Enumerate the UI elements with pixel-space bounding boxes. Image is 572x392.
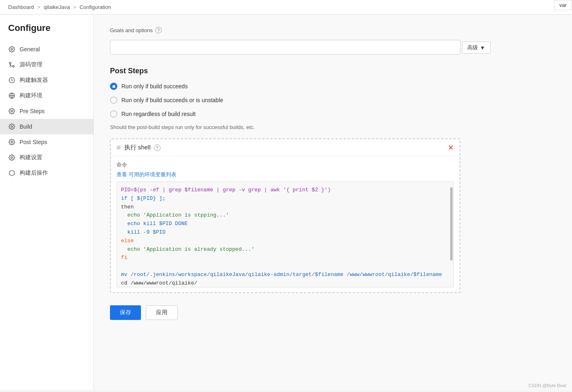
radio-label-unstable: Run only if build succeeds or is unstabl… — [121, 97, 223, 103]
main-content: Goals and options ? 高级 ▼ Post Steps Run … — [94, 15, 572, 390]
gear-icon-general — [8, 46, 15, 53]
code-scrollbar[interactable] — [450, 187, 453, 261]
advanced-button[interactable]: 高级 ▼ — [462, 42, 491, 54]
breadcrumb-sep1: > — [37, 4, 41, 10]
sidebar-label-general: General — [20, 46, 40, 53]
footer-btns: 保存 应用 — [110, 305, 556, 320]
shell-title: 执行 shell — [124, 144, 151, 151]
code-line-5: echo kill $PID DONE — [121, 220, 449, 228]
radio-always[interactable]: Run regardless of build result — [110, 110, 556, 118]
cmd-label: 命令 — [117, 161, 454, 169]
sidebar-label-trigger: 构建触发器 — [20, 77, 48, 84]
breadcrumb-page: Configuration — [79, 4, 111, 10]
shell-help-icon[interactable]: ? — [154, 145, 161, 151]
code-line-9: fi — [121, 254, 449, 262]
breadcrumb-dashboard[interactable]: Dashboard — [8, 4, 34, 10]
sidebar-item-poststeps[interactable]: Post Steps — [0, 134, 93, 150]
sidebar-label-settings: 构建设置 — [20, 154, 42, 161]
watermark: CSDN @Byte Beat — [528, 383, 566, 388]
sidebar-label-env: 构建环境 — [20, 92, 42, 99]
sidebar-item-source[interactable]: 源码管理 — [0, 57, 93, 72]
gear-icon-poststeps — [8, 138, 15, 146]
radio-label-always: Run regardless of build result — [121, 111, 196, 117]
branch-icon — [8, 61, 15, 68]
svg-point-1 — [13, 66, 14, 67]
radio-circle-always — [110, 110, 117, 118]
svg-point-7 — [11, 126, 13, 127]
sidebar-label-postbuild: 构建后操作 — [20, 169, 48, 177]
radio-circle-unstable — [110, 96, 117, 104]
code-line-8: echo 'Application is already stopped...' — [121, 245, 449, 254]
radio-success[interactable]: Run only if build succeeds — [110, 83, 556, 90]
code-line-11: mv /root/.jenkins/workspace/qilaikeJava/… — [121, 271, 449, 279]
post-steps-section: Post Steps Run only if build succeeds Ru… — [110, 67, 556, 293]
radio-label-success: Run only if build succeeds — [121, 83, 188, 90]
layout: Configure General 源码管理 构建触发器 构建环境 — [0, 15, 572, 390]
code-line-6: kill -9 $PID — [121, 228, 449, 237]
shell-header: ≡ 执行 shell ? ✕ — [111, 139, 460, 156]
env-link[interactable]: 查看 可用的环境变量列表 — [117, 171, 176, 178]
radio-unstable[interactable]: Run only if build succeeds or is unstabl… — [110, 96, 556, 104]
hint-text: Should the post-build steps run only for… — [110, 124, 556, 130]
svg-point-2 — [9, 62, 11, 64]
sidebar-item-general[interactable]: General — [0, 42, 93, 57]
svg-point-9 — [11, 157, 13, 158]
svg-point-6 — [11, 110, 13, 112]
post-steps-title: Post Steps — [110, 67, 556, 75]
shell-body: 命令 查看 可用的环境变量列表 PID=$(ps -ef | grep $fil… — [111, 156, 460, 292]
sidebar-item-presteps[interactable]: Pre Steps — [0, 103, 93, 119]
code-editor[interactable]: PID=$(ps -ef | grep $filename | grep -v … — [117, 182, 454, 287]
globe-icon — [8, 92, 15, 99]
sidebar-label-presteps: Pre Steps — [20, 108, 44, 114]
sidebar-item-build[interactable]: Build — [0, 119, 93, 134]
gear-icon-build — [8, 123, 15, 130]
sidebar-title: Configure — [0, 23, 93, 42]
radio-circle-success — [110, 83, 117, 90]
code-line-3: then — [121, 203, 449, 212]
shell-block: ≡ 执行 shell ? ✕ 命令 查看 可用的环境变量列表 PID=$(ps … — [110, 138, 460, 293]
clock-icon — [8, 77, 15, 84]
svg-point-8 — [11, 141, 13, 143]
save-button[interactable]: 保存 — [110, 305, 141, 320]
top-bar: Dashboard > qilaikeJava > Configuration … — [0, 0, 572, 15]
goals-help-icon[interactable]: ? — [155, 27, 162, 33]
code-line-12: cd /www/wwwroot/qilaike/ — [121, 279, 449, 287]
apply-button[interactable]: 应用 — [146, 305, 178, 320]
code-line-1: PID=$(ps -ef | grep $filename | grep -v … — [121, 186, 449, 195]
cube-icon — [8, 169, 15, 177]
var-badge[interactable]: var — [554, 0, 572, 10]
radio-group: Run only if build succeeds Run only if b… — [110, 83, 556, 118]
goals-input[interactable] — [110, 40, 460, 55]
sidebar-item-trigger[interactable]: 构建触发器 — [0, 72, 93, 88]
goals-label: Goals and options ? — [110, 27, 556, 33]
sidebar-item-settings[interactable]: 构建设置 — [0, 150, 93, 165]
code-line-10 — [121, 262, 449, 271]
code-line-2: if [ ${PID} ]; — [121, 195, 449, 203]
drag-icon[interactable]: ≡ — [117, 143, 121, 152]
sidebar-label-source: 源码管理 — [20, 61, 42, 68]
chevron-down-icon: ▼ — [480, 45, 485, 51]
shell-header-left: ≡ 执行 shell ? — [117, 143, 161, 152]
code-line-4: echo 'Application is stpping...' — [121, 211, 449, 220]
sidebar-item-env[interactable]: 构建环境 — [0, 88, 93, 103]
sidebar-label-poststeps: Post Steps — [20, 139, 47, 145]
goals-label-text: Goals and options — [110, 27, 153, 33]
gear-icon-settings — [8, 154, 15, 161]
sidebar-label-build: Build — [20, 123, 32, 130]
sidebar: Configure General 源码管理 构建触发器 构建环境 — [0, 15, 94, 390]
breadcrumb-project[interactable]: qilaikeJava — [44, 4, 70, 10]
gear-icon-presteps — [8, 107, 15, 115]
code-line-7: else — [121, 237, 449, 245]
close-shell-button[interactable]: ✕ — [448, 144, 454, 151]
breadcrumb-sep2: > — [73, 4, 77, 10]
sidebar-item-postbuild[interactable]: 构建后操作 — [0, 165, 93, 181]
svg-point-0 — [11, 48, 13, 50]
advanced-btn-label: 高级 — [467, 44, 478, 51]
